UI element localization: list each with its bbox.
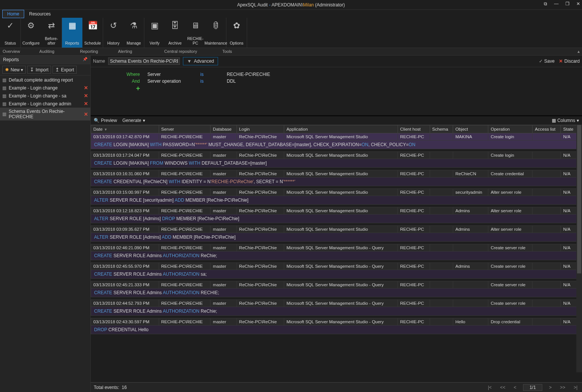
criteria-row[interactable]: WhereServerisRECHIE-PC\RECHIE	[121, 71, 567, 78]
table-row[interactable]: 03/13/2018 03:17:24.047 PMRECHIE-PC\RECH…	[91, 152, 582, 159]
collapse-ribbon-icon[interactable]: ▴	[577, 49, 580, 54]
verify-icon: ▣	[151, 20, 159, 31]
table-row[interactable]: 03/13/2018 03:15:00.997 PMRECHIE-PC\RECH…	[91, 189, 582, 196]
ribbon-cat-auditing: Auditing	[23, 48, 71, 55]
chevron-down-icon: ▾	[577, 118, 579, 123]
sidebar-toolbar: ✹New ▾↧Import↥Export	[0, 64, 90, 76]
ribbon-options[interactable]: ✿Options	[226, 18, 247, 48]
ribbon-cat-overview: Overview	[0, 48, 23, 55]
table-row[interactable]: 03/13/2018 03:09:35.627 PMRECHIE-PC\RECH…	[91, 226, 582, 233]
report-icon: ▦	[2, 85, 6, 91]
discard-button[interactable]: ✕Discard	[559, 59, 580, 64]
manage-icon: ⚗	[130, 20, 138, 31]
pin-icon[interactable]: 📌	[83, 57, 87, 62]
sql-detail-row: CREATE LOGIN [MAKINA] WITH PASSWORD=N'**…	[91, 140, 582, 149]
vertical-scrollbar[interactable]	[576, 125, 582, 372]
window-popout-icon[interactable]: ⧉	[544, 1, 547, 6]
report-item[interactable]: ▦Example - Login change admin✕	[0, 100, 90, 108]
app-title: ApexSQL Audit - APEXDOMAIN\Milan (Admini…	[237, 2, 345, 8]
col-database[interactable]: Database	[211, 125, 237, 133]
filter-bar: Name ▼ Advanced ✓Save ✕Discard	[91, 56, 582, 67]
col-access-list[interactable]: Access list	[532, 125, 561, 133]
table-row[interactable]: 03/13/2018 02:46:21.090 PMRECHIE-PC\RECH…	[91, 244, 582, 252]
results-table-wrap[interactable]: Date▼ServerDatabaseLoginApplicationClien…	[91, 125, 582, 382]
ribbon-rechie-pc[interactable]: 🖥RECHIE-PC	[185, 18, 206, 48]
col-operation[interactable]: Operation	[488, 125, 532, 133]
page-back-button[interactable]: <	[512, 385, 518, 390]
sql-detail-row: ALTER SERVER ROLE [securityadmin] ADD ME…	[91, 196, 582, 205]
sql-detail-row: DROP CREDENTIAL Hello	[91, 326, 582, 334]
window-close-icon[interactable]: ✕	[576, 1, 580, 6]
sidebar-header: Reports📌	[0, 56, 90, 64]
save-button[interactable]: ✓Save	[539, 59, 554, 64]
import-button[interactable]: ↧Import	[27, 66, 51, 74]
page-first-button[interactable]: |<	[486, 385, 493, 390]
ribbon-history[interactable]: ↺History	[103, 18, 124, 48]
ribbon: ✓Status⚙Configure⇄Before-after▦Reports📅S…	[0, 18, 582, 48]
col-date[interactable]: Date▼	[91, 125, 159, 133]
table-row[interactable]: 03/13/2018 03:17:42.870 PMRECHIE-PC\RECH…	[91, 133, 582, 140]
col-login[interactable]: Login	[237, 125, 284, 133]
ribbon-status[interactable]: ✓Status	[0, 18, 20, 48]
ribbon-cat-reporting: Reporting	[71, 48, 107, 55]
ribbon-archive[interactable]: 🗄Archive	[165, 18, 185, 48]
delete-icon[interactable]: ✕	[84, 93, 88, 99]
delete-icon[interactable]: ✕	[84, 85, 88, 91]
tab-home[interactable]: Home	[2, 10, 24, 18]
table-row[interactable]: 03/13/2018 02:44:52.793 PMRECHIE-PC\RECH…	[91, 300, 582, 307]
page-prev-button[interactable]: <<	[498, 385, 507, 390]
delete-icon[interactable]: ✕	[84, 101, 88, 106]
report-icon: ▦	[2, 101, 6, 106]
tab-resources[interactable]: Resources	[24, 10, 56, 18]
new-icon: ✹	[5, 67, 9, 73]
new-button[interactable]: ✹New ▾	[2, 66, 26, 74]
ribbon-verify[interactable]: ▣Verify	[144, 18, 165, 48]
before-after-icon: ⇄	[48, 20, 55, 31]
ribbon-maintenance[interactable]: 🛢Maintenance	[206, 18, 226, 48]
ribbon-cat-central-repository: Central repository	[143, 48, 218, 55]
table-row[interactable]: 03/13/2018 03:12:18.823 PMRECHIE-PC\RECH…	[91, 207, 582, 215]
report-name-input[interactable]	[108, 57, 180, 65]
ribbon-manage[interactable]: ⚗Manage	[124, 18, 144, 48]
reports-sidebar: Reports📌 ✹New ▾↧Import↥Export ▦Default c…	[0, 56, 91, 392]
preview-button[interactable]: 🔍Preview	[94, 118, 117, 123]
window-minimize-icon[interactable]: —	[554, 1, 559, 6]
delete-icon[interactable]: ✕	[84, 111, 88, 117]
columns-button[interactable]: ▦Columns▾	[552, 118, 579, 123]
pager: |< << < 1/1 > >> >|	[486, 384, 579, 391]
advanced-button[interactable]: ▼ Advanced	[183, 57, 218, 65]
col-client-host[interactable]: Client host	[398, 125, 430, 133]
page-fwd-button[interactable]: >>	[559, 385, 567, 390]
table-row[interactable]: 03/13/2018 03:16:31.060 PMRECHIE-PC\RECH…	[91, 170, 582, 177]
report-item[interactable]: ▦Default complete auditing report	[0, 76, 90, 84]
page-next-button[interactable]: >	[548, 385, 553, 390]
ribbon-before-after[interactable]: ⇄Before-after	[41, 18, 62, 48]
report-item[interactable]: ▦Example - Login change - sa✕	[0, 92, 90, 100]
page-last-button[interactable]: >|	[572, 385, 579, 390]
col-application[interactable]: Application	[284, 125, 398, 133]
criteria-row[interactable]: AndServer operationisDDL	[121, 78, 567, 85]
report-item[interactable]: ▦Schema Events On Rechie-PC\RECHIE✕	[0, 108, 90, 120]
report-item[interactable]: ▦Example - Login change✕	[0, 84, 90, 92]
col-schema[interactable]: Schema	[430, 125, 453, 133]
ribbon-categories: OverviewAuditingReportingAlertingCentral…	[0, 48, 582, 56]
report-list: ▦Default complete auditing report▦Exampl…	[0, 76, 90, 121]
table-row[interactable]: 03/13/2018 02:43:30.597 PMRECHIE-PC\RECH…	[91, 318, 582, 326]
options-icon: ✿	[233, 20, 240, 31]
ribbon-schedule[interactable]: 📅Schedule	[82, 18, 103, 48]
ribbon-configure[interactable]: ⚙Configure	[21, 18, 41, 48]
sql-detail-row: ALTER SERVER ROLE [Admins] DROP MEMBER […	[91, 215, 582, 223]
sql-detail-row: CREATE SERVER ROLE Admins AUTHORIZATION …	[91, 270, 582, 279]
total-events-label: Total events: 16	[94, 385, 127, 390]
ribbon-reports[interactable]: ▦Reports	[62, 18, 82, 48]
table-row[interactable]: 03/13/2018 02:45:55.970 PMRECHIE-PC\RECH…	[91, 263, 582, 270]
col-server[interactable]: Server	[159, 125, 211, 133]
col-object[interactable]: Object	[453, 125, 488, 133]
add-criteria-button[interactable]: +	[136, 85, 567, 93]
table-row[interactable]: 03/13/2018 02:45:21.333 PMRECHIE-PC\RECH…	[91, 281, 582, 289]
status-icon: ✓	[7, 20, 14, 31]
window-maximize-icon[interactable]: ❐	[565, 1, 570, 6]
generate-button[interactable]: Generate▾	[122, 118, 145, 123]
results-table: Date▼ServerDatabaseLoginApplicationClien…	[91, 125, 582, 336]
export-button[interactable]: ↥Export	[53, 66, 77, 74]
